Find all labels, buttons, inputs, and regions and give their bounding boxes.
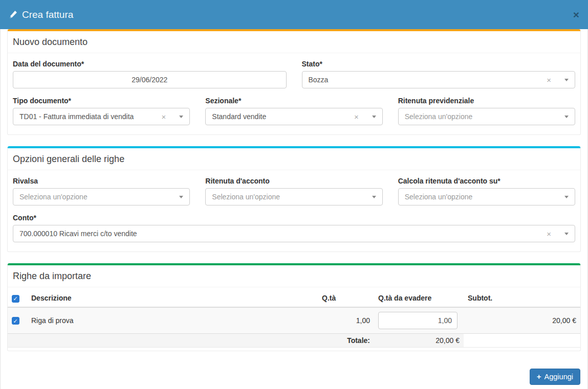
row-qta: 1,00 bbox=[318, 307, 374, 334]
pencil-icon bbox=[9, 10, 17, 19]
stato-select[interactable]: Bozza × bbox=[302, 71, 576, 88]
qta-da-evadere-input[interactable] bbox=[378, 312, 458, 329]
caret-down-icon bbox=[564, 116, 569, 118]
clear-icon[interactable]: × bbox=[547, 230, 551, 238]
conto-value: 700.000010 Ricavi merci c/to vendite bbox=[19, 230, 547, 238]
caret-down-icon bbox=[179, 116, 183, 118]
row-subtot: 20,00 € bbox=[464, 307, 580, 334]
add-button-label: Aggiungi bbox=[545, 373, 573, 381]
clear-icon[interactable]: × bbox=[162, 113, 166, 121]
sezionale-select[interactable]: Standard vendite × bbox=[205, 108, 382, 125]
label-data-del-documento: Data del documento* bbox=[13, 60, 287, 68]
caret-down-icon bbox=[179, 196, 183, 198]
totale-label: Totale: bbox=[8, 333, 374, 347]
label-stato: Stato* bbox=[302, 60, 576, 68]
totale-value: 20,00 € bbox=[374, 333, 464, 347]
section-title: Nuovo documento bbox=[8, 31, 580, 53]
ritenuta-acconto-placeholder: Seleziona un'opzione bbox=[212, 193, 372, 201]
plus-icon: + bbox=[537, 373, 541, 380]
modal-title: Crea fattura bbox=[9, 9, 73, 20]
sezionale-value: Standard vendite bbox=[212, 112, 354, 121]
modal-title-text: Crea fattura bbox=[22, 9, 73, 20]
calcola-ritenuta-placeholder: Seleziona un'opzione bbox=[405, 193, 564, 201]
col-header-qta-da-evadere: Q.tà da evadere bbox=[374, 290, 464, 307]
section-title: Opzioni generali delle righe bbox=[8, 148, 580, 170]
caret-down-icon bbox=[564, 196, 569, 198]
section-title: Righe da importare bbox=[8, 265, 580, 287]
add-button[interactable]: + Aggiungi bbox=[530, 369, 580, 385]
modal-header: Crea fattura × bbox=[0, 0, 588, 29]
label-ritenuta-acconto: Ritenuta d'acconto bbox=[205, 177, 382, 185]
label-calcola-ritenuta-acconto-su: Calcola ritenuta d'acconto su* bbox=[398, 177, 575, 185]
rivalsa-select[interactable]: Seleziona un'opzione bbox=[13, 188, 190, 205]
ritenuta-previdenziale-placeholder: Seleziona un'opzione bbox=[405, 112, 564, 121]
table-row: Riga di prova 1,00 20,00 € bbox=[8, 307, 580, 334]
ritenuta-acconto-select[interactable]: Seleziona un'opzione bbox=[205, 188, 382, 205]
footer-actions: + Aggiungi bbox=[0, 362, 588, 385]
tipo-documento-select[interactable]: TD01 - Fattura immediata di vendita × bbox=[13, 108, 190, 125]
conto-select[interactable]: 700.000010 Ricavi merci c/to vendite × bbox=[13, 225, 575, 242]
caret-down-icon bbox=[372, 196, 376, 198]
section-righe-da-importare: Righe da importare Descrizione Q.tà Q.tà… bbox=[7, 263, 581, 351]
section-nuovo-documento: Nuovo documento Data del documento* Stat… bbox=[7, 29, 581, 135]
caret-down-icon bbox=[564, 233, 569, 235]
tipo-documento-value: TD01 - Fattura immediata di vendita bbox=[19, 112, 162, 121]
clear-icon[interactable]: × bbox=[354, 113, 359, 121]
caret-down-icon bbox=[564, 79, 569, 81]
section-opzioni-generali: Opzioni generali delle righe Rivalsa Sel… bbox=[7, 146, 581, 252]
label-conto: Conto* bbox=[13, 214, 575, 222]
col-header-descrizione: Descrizione bbox=[27, 290, 318, 307]
table-footer-row: Totale: 20,00 € bbox=[8, 333, 580, 347]
select-all-checkbox[interactable] bbox=[12, 295, 19, 303]
stato-value: Bozza bbox=[309, 76, 547, 84]
row-descrizione: Riga di prova bbox=[27, 307, 318, 334]
label-ritenuta-previdenziale: Ritenuta previdenziale bbox=[398, 97, 575, 105]
table-header-row: Descrizione Q.tà Q.tà da evadere Subtot. bbox=[8, 290, 580, 307]
row-checkbox[interactable] bbox=[12, 317, 19, 325]
label-sezionale: Sezionale* bbox=[205, 97, 382, 105]
clear-icon[interactable]: × bbox=[547, 76, 551, 84]
col-header-qta: Q.tà bbox=[318, 290, 374, 307]
totale-empty-cell bbox=[464, 333, 580, 347]
rivalsa-placeholder: Seleziona un'opzione bbox=[19, 193, 179, 201]
close-icon[interactable]: × bbox=[573, 9, 579, 20]
caret-down-icon bbox=[372, 116, 376, 118]
data-del-documento-input[interactable] bbox=[13, 71, 287, 88]
righe-table: Descrizione Q.tà Q.tà da evadere Subtot.… bbox=[8, 290, 580, 348]
ritenuta-previdenziale-select[interactable]: Seleziona un'opzione bbox=[398, 108, 575, 125]
label-rivalsa: Rivalsa bbox=[13, 177, 190, 185]
col-header-subtot: Subtot. bbox=[464, 290, 580, 307]
calcola-ritenuta-acconto-su-select[interactable]: Seleziona un'opzione bbox=[398, 188, 575, 205]
label-tipo-documento: Tipo documento* bbox=[13, 97, 190, 105]
